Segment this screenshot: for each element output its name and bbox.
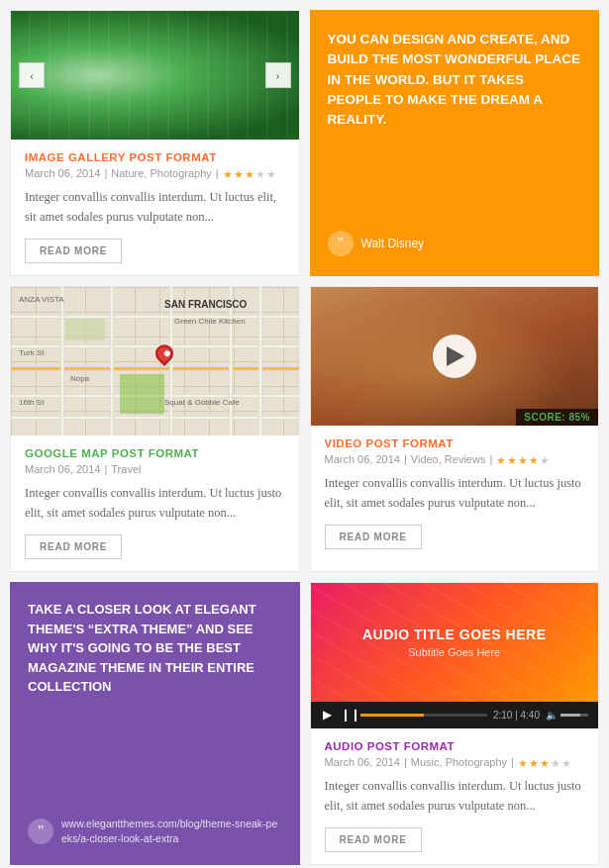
google-map-card: SAN FRANCISCO ANZA VISTA Turk St Nopa 16… — [10, 286, 300, 572]
audio-post-card: AUDIO TITLE GOES HERE Subtitle Goes Here… — [310, 582, 600, 865]
map-poi-label: Green Chile Kitchen — [174, 317, 246, 326]
audio-read-more-button[interactable]: READ MORE — [325, 827, 422, 852]
video-post-categories: Video, Reviews — [411, 453, 486, 465]
gallery-read-more-button[interactable]: READ MORE — [25, 239, 122, 263]
gallery-post-date: March 06, 2014 — [25, 167, 100, 179]
gallery-next-button[interactable]: › — [265, 62, 291, 88]
map-road — [258, 287, 262, 435]
map-read-more-button[interactable]: READ MORE — [25, 534, 122, 559]
audio-time: 2:10 | 4:40 — [493, 710, 540, 721]
promo-quote-icon: ” — [28, 819, 53, 844]
video-post-date: March 06, 2014 — [325, 453, 400, 465]
video-card-body: VIDEO POST FORMAT March 06, 2014 | Video… — [311, 426, 599, 561]
map-road — [60, 287, 64, 435]
audio-subtitle-text: Subtitle Goes Here — [408, 646, 500, 658]
score-badge: SCORE: 85% — [516, 409, 598, 426]
audio-thumbnail: AUDIO TITLE GOES HERE Subtitle Goes Here — [311, 583, 599, 702]
gallery-post-meta: March 06, 2014 | Nature, Photography | ★… — [25, 167, 285, 179]
audio-bg-texture — [311, 583, 599, 702]
map-post-meta: March 06, 2014 | Travel — [25, 463, 285, 475]
audio-current-time: 2:10 — [493, 710, 512, 721]
gallery-post-excerpt: Integer convallis convallis interdum. Ut… — [25, 187, 285, 227]
audio-post-excerpt: Integer convallis convallis interdum. Ut… — [325, 776, 585, 816]
audio-play-button[interactable]: ▶ — [321, 708, 335, 723]
video-post-rating: ★ ★ ★ ★ ★ — [496, 454, 550, 464]
map-poi-label2: Squat & Gobble Cafe — [164, 398, 240, 407]
gallery-image-container: ‹ › — [11, 11, 299, 140]
audio-total-time: 4:40 — [521, 710, 540, 721]
audio-post-meta: March 06, 2014 | Music, Photography | ★ … — [325, 756, 585, 768]
play-triangle-icon — [447, 346, 464, 366]
quote-card: YOU CAN DESIGN AND CREATE, AND BUILD THE… — [310, 10, 600, 276]
audio-progress-fill — [360, 714, 424, 717]
map-post-excerpt: Integer convallis convallis interdum. Ut… — [25, 483, 285, 523]
quote-author-row: ” Walt Disney — [328, 231, 582, 256]
volume-bar[interactable] — [560, 714, 588, 717]
gallery-prev-button[interactable]: ‹ — [19, 62, 45, 88]
map-pin — [155, 344, 173, 368]
map-area-label: ANZA VISTA — [19, 295, 64, 304]
audio-image-container: AUDIO TITLE GOES HERE Subtitle Goes Here… — [311, 583, 599, 728]
gallery-card-body: IMAGE GALLERY POST FORMAT March 06, 2014… — [11, 140, 299, 275]
gallery-post-categories: Nature, Photography — [111, 167, 212, 179]
promo-link-row: ” www.elegantthemes.com/blog/theme-sneak… — [28, 817, 282, 848]
gallery-post-rating: ★ ★ ★ ★ ★ — [223, 168, 276, 178]
gallery-image — [11, 11, 299, 140]
promo-link-text[interactable]: www.elegantthemes.com/blog/theme-sneak-p… — [61, 817, 282, 848]
audio-progress-bar[interactable] — [360, 714, 487, 717]
map-road — [110, 287, 114, 435]
gallery-post-title[interactable]: IMAGE GALLERY POST FORMAT — [25, 151, 285, 163]
map-post-categories: Travel — [111, 463, 141, 475]
map-post-title[interactable]: GOOGLE MAP POST FORMAT — [25, 447, 285, 459]
audio-pause-button[interactable]: ❙❙ — [341, 708, 355, 723]
volume-fill — [560, 714, 580, 717]
quote-author-name: Walt Disney — [361, 237, 425, 250]
audio-post-rating: ★ ★ ★ ★ ★ — [518, 757, 571, 767]
map-pin-dot — [163, 349, 171, 357]
map-image-container: SAN FRANCISCO ANZA VISTA Turk St Nopa 16… — [11, 287, 299, 435]
video-thumbnail: SCORE: 85% — [311, 287, 599, 426]
video-post-meta: March 06, 2014 | Video, Reviews | ★ ★ ★ … — [325, 453, 585, 465]
map-street-label: Turk St — [19, 348, 44, 357]
map-post-date: March 06, 2014 — [25, 463, 100, 475]
map-road — [11, 315, 299, 319]
video-post-card: SCORE: 85% VIDEO POST FORMAT March 06, 2… — [310, 286, 600, 572]
video-play-button[interactable] — [433, 335, 476, 378]
map-park — [120, 374, 164, 414]
map-area-label2: Nopa — [70, 374, 89, 383]
video-image-container: SCORE: 85% — [311, 287, 599, 426]
map-street-label2: 16th St — [19, 398, 44, 407]
volume-control: 🔈 — [546, 710, 588, 721]
audio-title-text: AUDIO TITLE GOES HERE — [362, 627, 547, 642]
map-block — [65, 319, 105, 340]
volume-icon: 🔈 — [546, 710, 558, 721]
audio-card-body: AUDIO POST FORMAT March 06, 2014 | Music… — [311, 728, 599, 864]
map-card-body: GOOGLE MAP POST FORMAT March 06, 2014 | … — [11, 435, 299, 571]
promo-text: TAKE A CLOSER LOOK AT ELEGANT THEME'S “E… — [28, 600, 282, 697]
video-post-excerpt: Integer convallis convallis interdum. Ut… — [325, 473, 585, 513]
promo-card: TAKE A CLOSER LOOK AT ELEGANT THEME'S “E… — [10, 582, 300, 865]
quote-text: YOU CAN DESIGN AND CREATE, AND BUILD THE… — [328, 30, 582, 130]
map-city-label: SAN FRANCISCO — [164, 299, 247, 310]
map-visual: SAN FRANCISCO ANZA VISTA Turk St Nopa 16… — [11, 287, 299, 435]
audio-post-date: March 06, 2014 — [325, 756, 400, 768]
audio-post-categories: Music, Photography — [411, 756, 507, 768]
video-post-title[interactable]: VIDEO POST FORMAT — [325, 437, 585, 449]
map-road — [11, 416, 299, 420]
map-pin-head — [152, 340, 176, 365]
audio-player: ▶ ❙❙ 2:10 | 4:40 🔈 — [311, 702, 599, 728]
image-gallery-card: ‹ › IMAGE GALLERY POST FORMAT March 06, … — [10, 10, 300, 276]
quote-icon: ” — [328, 231, 354, 256]
video-read-more-button[interactable]: READ MORE — [325, 525, 422, 549]
audio-post-title[interactable]: AUDIO POST FORMAT — [325, 740, 585, 752]
